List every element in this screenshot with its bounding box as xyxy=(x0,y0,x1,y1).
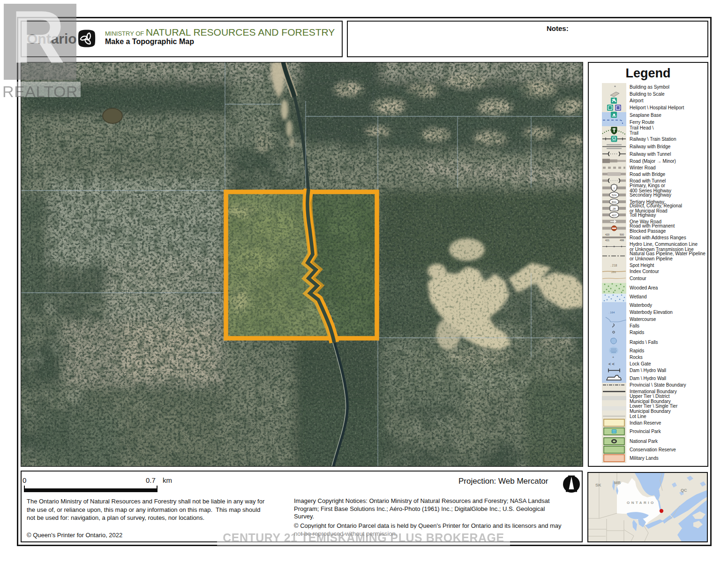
svg-text:. 164: . 164 xyxy=(608,311,615,314)
svg-text:28: 28 xyxy=(613,207,616,210)
svg-text:< <: < < xyxy=(608,362,615,366)
svg-text:+: + xyxy=(612,356,614,359)
svg-text:286: 286 xyxy=(611,271,616,274)
svg-text:499: 499 xyxy=(620,239,624,242)
svg-text:524: 524 xyxy=(612,194,617,197)
svg-text:500: 500 xyxy=(620,233,624,236)
svg-text:407: 407 xyxy=(612,214,617,217)
svg-text:420: 420 xyxy=(605,233,609,236)
svg-text:. 218: . 218 xyxy=(610,264,617,267)
svg-text:421: 421 xyxy=(605,239,609,242)
svg-text:831: 831 xyxy=(612,201,617,204)
